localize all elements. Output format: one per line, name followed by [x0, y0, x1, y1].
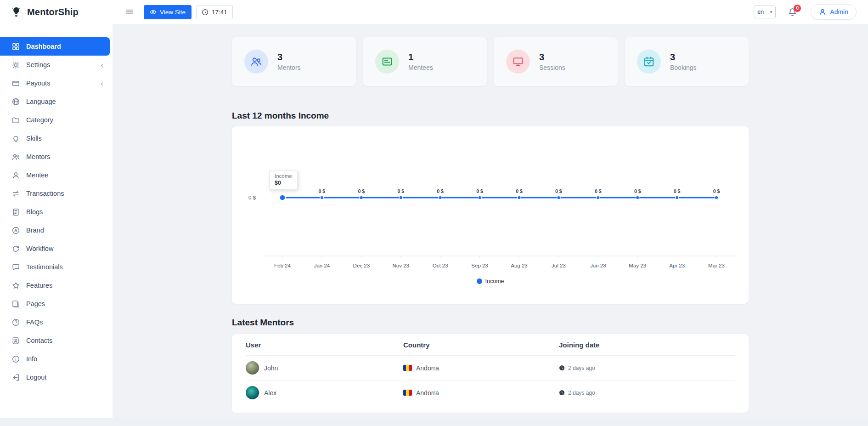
topbar-right: en ▾ 0 Admin [754, 4, 857, 20]
time-display: 17:41 [196, 5, 233, 19]
sidebar-item-label: Blogs [26, 208, 43, 216]
topbar-main: View Site 17:41 en ▾ 0 Admin [113, 0, 868, 24]
svg-text:0 $: 0 $ [674, 188, 681, 194]
sidebar-item-mentors[interactable]: Mentors [0, 148, 113, 166]
people-icon [12, 153, 20, 161]
sidebar-item-category[interactable]: Category [0, 111, 113, 129]
mentor-name: John [264, 364, 278, 372]
sidebar-item-info[interactable]: Info [0, 350, 113, 368]
svg-text:0 $: 0 $ [358, 188, 365, 194]
people-icon [244, 50, 268, 74]
sidebar-item-dashboard[interactable]: Dashboard [0, 37, 110, 56]
sidebar-item-label: Skills [26, 135, 42, 142]
svg-text:Dec 23: Dec 23 [353, 263, 370, 268]
svg-text:May 23: May 23 [629, 263, 646, 268]
sidebar-item-label: Testimonials [26, 263, 63, 271]
sidebar-item-label: Contacts [26, 337, 52, 344]
svg-text:Feb 24: Feb 24 [274, 263, 291, 268]
stat-label: Bookings [670, 64, 697, 71]
notifications-button[interactable]: 0 [788, 8, 797, 17]
stat-value: 3 [539, 52, 565, 62]
sidebar-item-label: Transactions [26, 190, 64, 197]
svg-text:0 $: 0 $ [713, 188, 720, 194]
sidebar-item-label: Settings [26, 61, 50, 68]
stat-label: Mentors [277, 64, 301, 71]
stat-value: 3 [670, 52, 697, 62]
sidebar-item-contacts[interactable]: Contacts [0, 331, 113, 350]
svg-text:Jun 23: Jun 23 [590, 263, 606, 268]
calendar_check-icon [637, 50, 661, 74]
sidebar-item-language[interactable]: Language [0, 92, 113, 111]
stat-label: Mentees [408, 64, 433, 71]
sidebar-item-label: Logout [26, 374, 46, 381]
svg-text:0 $: 0 $ [555, 188, 562, 194]
admin-menu-button[interactable]: Admin [811, 4, 857, 20]
time-value: 17:41 [212, 9, 227, 16]
hamburger-menu-icon [125, 8, 134, 16]
tooltip-series-name: Income [275, 173, 292, 179]
monitor-icon [506, 50, 530, 74]
mentor-row: AlexAndorra2 days ago [246, 381, 735, 405]
svg-text:Sep 23: Sep 23 [471, 263, 488, 268]
sidebar-item-label: Mentee [26, 171, 48, 179]
chart-legend-item[interactable]: Income [232, 278, 749, 284]
sidebar-item-workflow[interactable]: Workflow [0, 239, 113, 258]
svg-text:Oct 23: Oct 23 [433, 263, 448, 268]
sidebar-item-payouts[interactable]: Payouts‹ [0, 74, 113, 92]
doc-icon [12, 208, 20, 216]
question-icon [12, 318, 20, 326]
workflow-icon [12, 245, 20, 253]
chevron-left-icon: ‹ [101, 61, 103, 69]
gear-icon [12, 61, 20, 69]
language-select[interactable]: en ▾ [754, 6, 776, 18]
svg-text:0 $: 0 $ [397, 188, 404, 194]
brand-name: MentorShip [27, 7, 79, 17]
sidebar-item-label: Info [26, 355, 37, 363]
mentor-name: Alex [264, 389, 276, 397]
sidebar-item-testimonials[interactable]: Testimonials [0, 258, 113, 276]
sidebar-item-mentee[interactable]: Mentee [0, 166, 113, 184]
stat-value: 1 [408, 52, 433, 62]
admin-label: Admin [830, 8, 848, 16]
sidebar: DashboardSettings‹Payouts‹LanguageCatego… [0, 24, 113, 418]
sidebar-item-features[interactable]: Features [0, 276, 113, 295]
view-site-label: View Site [160, 9, 186, 16]
sidebar-item-logout[interactable]: Logout [0, 368, 113, 386]
sidebar-menu: DashboardSettings‹Payouts‹LanguageCatego… [0, 37, 113, 386]
sidebar-item-label: Brand [26, 227, 44, 234]
sidebar-item-label: Pages [26, 300, 45, 307]
svg-text:Jan 24: Jan 24 [314, 263, 330, 268]
chart-tooltip: Income $0 [269, 170, 298, 190]
svg-text:0 $: 0 $ [319, 188, 326, 194]
sidebar-item-transactions[interactable]: Transactions [0, 184, 113, 203]
stat-label: Sessions [539, 64, 565, 71]
chat-icon [12, 263, 20, 271]
income-section-title: Last 12 months Income [232, 111, 749, 121]
sidebar-item-label: Category [26, 116, 53, 124]
income-chart: 0 $0 $0 $0 $0 $0 $0 $0 $0 $0 $0 $0 $Feb … [232, 126, 749, 304]
income-line-chart-svg: 0 $0 $0 $0 $0 $0 $0 $0 $0 $0 $0 $0 $Feb … [232, 126, 749, 304]
tooltip-value: $0 [275, 180, 292, 186]
brand-logo[interactable]: MentorShip [0, 0, 113, 24]
globe-icon [12, 98, 20, 106]
sidebar-item-faqs[interactable]: FAQs [0, 313, 113, 331]
column-header-user: User [246, 341, 403, 349]
sidebar-item-pages[interactable]: Pages [0, 295, 113, 313]
sidebar-item-skills[interactable]: Skills [0, 129, 113, 148]
eye-icon [150, 9, 157, 16]
sidebar-item-label: Payouts [26, 80, 50, 87]
stats-row: 3Mentors1Mentees3Sessions3Bookings [232, 37, 749, 86]
sidebar-item-blogs[interactable]: Blogs [0, 203, 113, 221]
mentors-section-title: Latest Mentors [232, 318, 749, 328]
clock-icon [202, 9, 209, 16]
svg-text:0 $: 0 $ [476, 188, 483, 194]
id_card-icon [375, 50, 399, 74]
sidebar-item-settings[interactable]: Settings‹ [0, 56, 113, 74]
column-header-country: Country [403, 341, 559, 349]
sidebar-item-brand[interactable]: Brand [0, 221, 113, 239]
view-site-button[interactable]: View Site [144, 5, 192, 19]
stat-card-mentees: 1Mentees [363, 37, 487, 86]
flag-andorra-icon [403, 365, 412, 371]
info-icon [12, 355, 20, 363]
sidebar-toggle-button[interactable] [125, 8, 134, 16]
